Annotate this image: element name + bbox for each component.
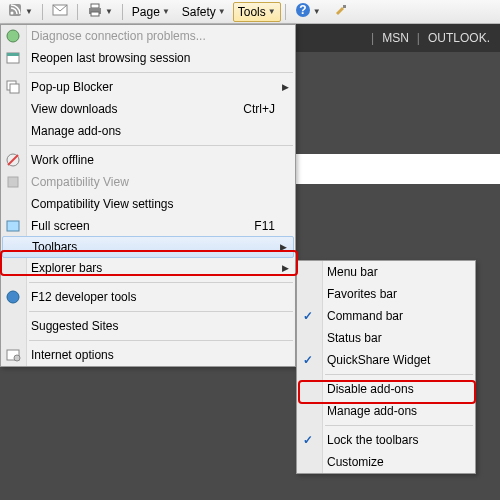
chevron-down-icon: ▼ xyxy=(218,7,226,16)
menu-label: View downloads xyxy=(31,102,118,116)
help-icon: ? xyxy=(295,2,311,21)
menu-label: Explorer bars xyxy=(31,261,102,275)
help-button[interactable]: ?▼ xyxy=(290,0,326,24)
menu-f12-tools[interactable]: F12 developer tools xyxy=(1,286,295,308)
menu-label: Favorites bar xyxy=(327,287,397,301)
submenu-customize[interactable]: Customize xyxy=(297,451,475,473)
menu-reopen[interactable]: Reopen last browsing session xyxy=(1,47,295,69)
tools-menu: Diagnose connection problems... Reopen l… xyxy=(0,24,296,367)
svg-rect-8 xyxy=(343,5,346,8)
svg-text:?: ? xyxy=(299,3,306,17)
submenu-favorites[interactable]: Favorites bar xyxy=(297,283,475,305)
tool-button[interactable] xyxy=(328,0,354,24)
options-icon xyxy=(5,347,21,363)
menu-separator xyxy=(29,145,293,146)
submenu-status[interactable]: Status bar xyxy=(297,327,475,349)
rss-button[interactable]: ▼ xyxy=(2,0,38,24)
svg-rect-3 xyxy=(91,4,99,8)
menu-internet-options[interactable]: Internet options xyxy=(1,344,295,366)
diagnose-icon xyxy=(5,28,21,44)
print-icon xyxy=(87,2,103,21)
menu-downloads[interactable]: View downloadsCtrl+J xyxy=(1,98,295,120)
offline-icon xyxy=(5,152,21,168)
menu-explorer-bars[interactable]: Explorer bars▶ xyxy=(1,257,295,279)
menu-label: Disable add-ons xyxy=(327,382,414,396)
mail-button[interactable] xyxy=(47,0,73,24)
svg-rect-11 xyxy=(7,53,19,56)
nav-link-outlook[interactable]: OUTLOOK. xyxy=(428,31,490,45)
submenu-disable-addons[interactable]: Disable add-ons xyxy=(297,378,475,400)
chevron-down-icon: ▼ xyxy=(25,7,33,16)
menu-label: Diagnose connection problems... xyxy=(31,29,206,43)
menu-label: Reopen last browsing session xyxy=(31,51,190,65)
menu-toolbars[interactable]: Toolbars▶ xyxy=(2,236,294,258)
safety-menu-button[interactable]: Safety▼ xyxy=(177,2,231,22)
submenu-command[interactable]: ✓Command bar xyxy=(297,305,475,327)
submenu-arrow-icon: ▶ xyxy=(282,263,289,273)
separator xyxy=(77,4,78,20)
menu-label: Compatibility View xyxy=(31,175,129,189)
reopen-icon xyxy=(5,50,21,66)
page-menu-button[interactable]: Page▼ xyxy=(127,2,175,22)
nav-separator: | xyxy=(371,31,374,45)
nav-link-msn[interactable]: MSN xyxy=(382,31,409,45)
submenu-lock-toolbars[interactable]: ✓Lock the toolbars xyxy=(297,429,475,451)
safety-label: Safety xyxy=(182,5,216,19)
nav-separator: | xyxy=(417,31,420,45)
menu-separator xyxy=(29,282,293,283)
menu-label: Pop-up Blocker xyxy=(31,80,113,94)
menu-label: Work offline xyxy=(31,153,94,167)
menu-label: Lock the toolbars xyxy=(327,433,418,447)
svg-rect-17 xyxy=(7,221,19,231)
menu-label: Manage add-ons xyxy=(31,124,121,138)
svg-point-18 xyxy=(7,291,19,303)
chevron-down-icon: ▼ xyxy=(313,7,321,16)
page-label: Page xyxy=(132,5,160,19)
menu-shortcut: Ctrl+J xyxy=(243,102,275,116)
menu-manage-addons[interactable]: Manage add-ons xyxy=(1,120,295,142)
svg-rect-13 xyxy=(10,84,19,93)
tools-menu-button[interactable]: Tools▼ xyxy=(233,2,281,22)
menu-fullscreen[interactable]: Full screenF11 xyxy=(1,215,295,237)
menu-suggested-sites[interactable]: Suggested Sites xyxy=(1,315,295,337)
separator xyxy=(42,4,43,20)
submenu-quickshare[interactable]: ✓QuickShare Widget xyxy=(297,349,475,371)
menu-popup-blocker[interactable]: Pop-up Blocker▶ xyxy=(1,76,295,98)
svg-point-1 xyxy=(11,12,14,15)
submenu-arrow-icon: ▶ xyxy=(282,82,289,92)
check-icon: ✓ xyxy=(303,433,313,447)
check-icon: ✓ xyxy=(303,309,313,323)
svg-rect-16 xyxy=(8,177,18,187)
menu-label: Internet options xyxy=(31,348,114,362)
svg-point-9 xyxy=(7,30,19,42)
menu-label: Status bar xyxy=(327,331,382,345)
submenu-manage-addons[interactable]: Manage add-ons xyxy=(297,400,475,422)
menu-separator xyxy=(325,374,473,375)
check-icon: ✓ xyxy=(303,353,313,367)
menu-label: F12 developer tools xyxy=(31,290,136,304)
chevron-down-icon: ▼ xyxy=(105,7,113,16)
tools-label: Tools xyxy=(238,5,266,19)
compat-icon xyxy=(5,174,21,190)
toolbars-submenu: Menu bar Favorites bar ✓Command bar Stat… xyxy=(296,260,476,474)
separator xyxy=(285,4,286,20)
menu-compat-settings[interactable]: Compatibility View settings xyxy=(1,193,295,215)
menu-label: QuickShare Widget xyxy=(327,353,430,367)
menu-label: Suggested Sites xyxy=(31,319,118,333)
rss-icon xyxy=(7,2,23,21)
svg-rect-5 xyxy=(91,12,99,16)
menu-diagnose: Diagnose connection problems... xyxy=(1,25,295,47)
print-button[interactable]: ▼ xyxy=(82,0,118,24)
popup-icon xyxy=(5,79,21,95)
menu-label: Command bar xyxy=(327,309,403,323)
separator xyxy=(122,4,123,20)
chevron-down-icon: ▼ xyxy=(162,7,170,16)
menu-work-offline[interactable]: Work offline xyxy=(1,149,295,171)
menu-separator xyxy=(325,425,473,426)
menu-label: Full screen xyxy=(31,219,90,233)
svg-point-20 xyxy=(14,355,20,361)
submenu-arrow-icon: ▶ xyxy=(280,242,287,252)
submenu-menubar[interactable]: Menu bar xyxy=(297,261,475,283)
command-bar: ▼ ▼ Page▼ Safety▼ Tools▼ ?▼ xyxy=(0,0,500,24)
menu-label: Menu bar xyxy=(327,265,378,279)
